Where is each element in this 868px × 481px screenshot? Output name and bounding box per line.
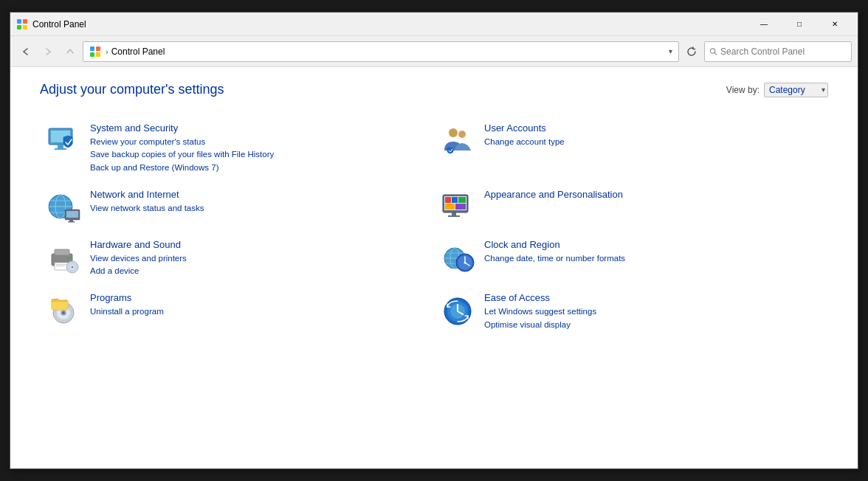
content-header: Adjust your computer's settings View by:… <box>40 82 828 97</box>
category-programs: Programs Uninstall a program <box>40 285 434 339</box>
svg-point-15 <box>458 131 466 138</box>
window-title: Control Panel <box>32 19 747 30</box>
category-system-security: System and Security Review your computer… <box>40 115 434 181</box>
review-status-link[interactable]: Review your computer's status <box>90 136 428 148</box>
titlebar-icon <box>16 18 28 30</box>
svg-rect-13 <box>55 148 66 150</box>
ease-link[interactable]: Ease of Access <box>484 292 822 303</box>
system-security-link[interactable]: System and Security <box>90 122 428 134</box>
user-accounts-link[interactable]: User Accounts <box>484 122 822 134</box>
network-status-link[interactable]: View network status and tasks <box>90 202 428 215</box>
clock-text: Clock and Region Change date, time or nu… <box>484 239 822 265</box>
user-accounts-icon <box>440 122 475 158</box>
hardware-text: Hardware and Sound View devices and prin… <box>90 239 428 278</box>
address-cp-icon <box>89 46 101 58</box>
svg-rect-37 <box>56 264 68 265</box>
category-ease: Ease of Access Let Windows suggest setti… <box>434 285 828 339</box>
svg-point-14 <box>449 128 458 137</box>
clock-link[interactable]: Clock and Region <box>484 239 822 250</box>
back-icon <box>21 47 30 56</box>
backup-restore-link[interactable]: Back up and Restore (Windows 7) <box>90 162 428 174</box>
content-area: Adjust your computer's settings View by:… <box>10 67 858 468</box>
svg-line-9 <box>714 52 717 55</box>
search-input[interactable] <box>720 46 847 57</box>
category-hardware: Hardware and Sound View devices and prin… <box>40 232 434 286</box>
hardware-icon <box>46 239 81 274</box>
system-security-text: System and Security Review your computer… <box>90 122 428 174</box>
ease-icon <box>440 292 475 328</box>
close-button[interactable]: ✕ <box>818 13 852 36</box>
svg-rect-5 <box>96 46 100 51</box>
address-bar[interactable]: › Control Panel ▾ <box>83 41 679 62</box>
svg-rect-24 <box>68 221 75 223</box>
page-title: Adjust your computer's settings <box>40 82 224 97</box>
uninstall-link[interactable]: Uninstall a program <box>90 305 428 318</box>
svg-rect-22 <box>66 211 78 218</box>
refresh-icon <box>686 46 697 57</box>
window-controls: — □ ✕ <box>747 13 852 36</box>
categories-grid: System and Security Review your computer… <box>40 115 828 339</box>
svg-rect-35 <box>55 249 69 255</box>
search-box[interactable] <box>704 41 852 62</box>
ease-text: Ease of Access Let Windows suggest setti… <box>484 292 822 331</box>
add-device-link[interactable]: Add a device <box>90 265 428 277</box>
category-clock: Clock and Region Change date, time or nu… <box>434 232 828 286</box>
svg-point-52 <box>464 261 466 263</box>
hardware-link[interactable]: Hardware and Sound <box>90 239 428 250</box>
svg-rect-2 <box>17 25 21 30</box>
appearance-link[interactable]: Appearance and Personalisation <box>484 189 822 200</box>
address-text: Control Panel <box>111 46 165 57</box>
viewby-label: View by: <box>726 85 760 95</box>
address-dropdown-icon: ▾ <box>669 47 672 55</box>
forward-icon <box>44 47 52 56</box>
category-appearance: Appearance and Personalisation <box>434 181 828 232</box>
appearance-text: Appearance and Personalisation <box>484 189 822 202</box>
svg-rect-30 <box>445 204 455 210</box>
clock-icon <box>440 239 475 274</box>
forward-button[interactable] <box>38 42 58 61</box>
viewby-control: View by: Category Large icons Small icon… <box>726 83 828 97</box>
svg-rect-29 <box>458 197 466 203</box>
devices-printers-link[interactable]: View devices and printers <box>90 252 428 265</box>
programs-icon <box>46 292 81 328</box>
svg-rect-57 <box>52 302 68 310</box>
appearance-icon <box>440 189 475 224</box>
category-user-accounts: User Accounts Change account type <box>434 115 828 181</box>
svg-rect-38 <box>56 266 65 266</box>
viewby-select[interactable]: Category Large icons Small icons <box>764 83 828 97</box>
visual-display-link[interactable]: Optimise visual display <box>484 319 822 331</box>
svg-rect-7 <box>96 52 100 57</box>
svg-point-39 <box>67 257 70 260</box>
svg-rect-12 <box>58 145 63 148</box>
change-account-link[interactable]: Change account type <box>484 136 822 148</box>
svg-point-56 <box>63 312 65 314</box>
maximize-button[interactable]: □ <box>782 13 816 36</box>
svg-rect-33 <box>448 215 460 217</box>
programs-link[interactable]: Programs <box>90 292 428 303</box>
minimize-button[interactable]: — <box>747 13 781 36</box>
addressbar: › Control Panel ▾ <box>10 36 858 67</box>
refresh-button[interactable] <box>682 42 701 61</box>
up-button[interactable] <box>61 42 80 61</box>
svg-rect-31 <box>455 204 466 210</box>
network-icon <box>46 189 81 224</box>
backup-files-link[interactable]: Save backup copies of your files with Fi… <box>90 148 428 161</box>
programs-text: Programs Uninstall a program <box>90 292 428 318</box>
system-security-icon <box>46 122 81 158</box>
svg-rect-28 <box>452 197 458 203</box>
up-icon <box>66 47 75 56</box>
search-icon <box>709 47 717 56</box>
network-text: Network and Internet View network status… <box>90 189 428 215</box>
network-link[interactable]: Network and Internet <box>90 189 428 200</box>
viewby-wrapper: Category Large icons Small icons <box>764 83 828 97</box>
svg-rect-3 <box>23 25 27 30</box>
svg-rect-1 <box>23 19 27 24</box>
date-time-link[interactable]: Change date, time or number formats <box>484 252 822 265</box>
window: Control Panel — □ ✕ <box>10 12 858 469</box>
windows-suggest-link[interactable]: Let Windows suggest settings <box>484 305 822 318</box>
svg-rect-4 <box>90 46 94 51</box>
back-button[interactable] <box>16 42 35 61</box>
user-accounts-text: User Accounts Change account type <box>484 122 822 148</box>
svg-rect-32 <box>452 212 456 215</box>
svg-rect-6 <box>90 52 94 57</box>
